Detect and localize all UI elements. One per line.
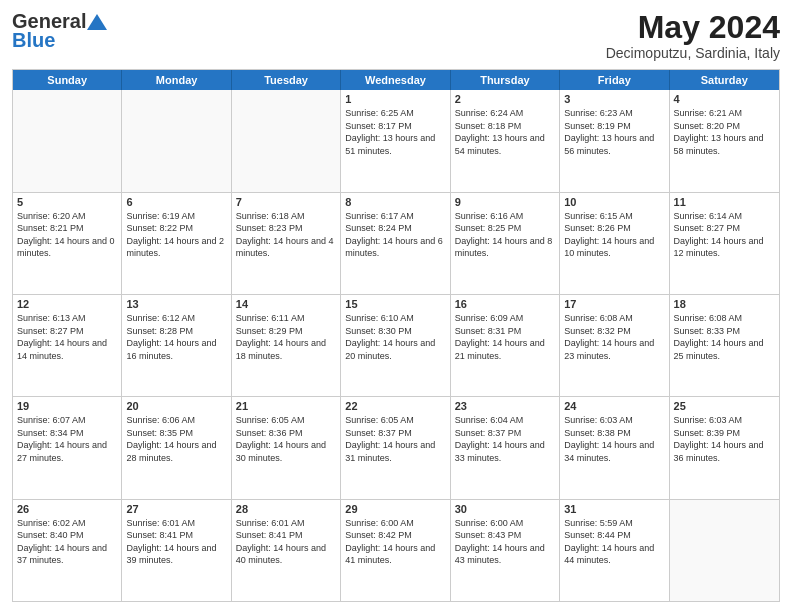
header: General Blue May 2024 Decimoputzu, Sardi… [12, 10, 780, 61]
cell-info: Sunrise: 6:08 AMSunset: 8:33 PMDaylight:… [674, 312, 775, 362]
day-number: 1 [345, 93, 445, 105]
calendar-cell: 8Sunrise: 6:17 AMSunset: 8:24 PMDaylight… [341, 193, 450, 294]
cell-info: Sunrise: 6:23 AMSunset: 8:19 PMDaylight:… [564, 107, 664, 157]
calendar-body: 1Sunrise: 6:25 AMSunset: 8:17 PMDaylight… [13, 90, 779, 601]
calendar-cell [13, 90, 122, 191]
calendar-row-2: 12Sunrise: 6:13 AMSunset: 8:27 PMDayligh… [13, 295, 779, 397]
calendar-cell: 9Sunrise: 6:16 AMSunset: 8:25 PMDaylight… [451, 193, 560, 294]
calendar-cell: 26Sunrise: 6:02 AMSunset: 8:40 PMDayligh… [13, 500, 122, 601]
day-number: 11 [674, 196, 775, 208]
header-day-saturday: Saturday [670, 70, 779, 90]
header-day-friday: Friday [560, 70, 669, 90]
day-number: 14 [236, 298, 336, 310]
day-number: 16 [455, 298, 555, 310]
calendar-cell: 30Sunrise: 6:00 AMSunset: 8:43 PMDayligh… [451, 500, 560, 601]
day-number: 8 [345, 196, 445, 208]
day-number: 6 [126, 196, 226, 208]
cell-info: Sunrise: 6:00 AMSunset: 8:42 PMDaylight:… [345, 517, 445, 567]
logo-blue: Blue [12, 29, 55, 52]
day-number: 2 [455, 93, 555, 105]
day-number: 29 [345, 503, 445, 515]
cell-info: Sunrise: 6:09 AMSunset: 8:31 PMDaylight:… [455, 312, 555, 362]
cell-info: Sunrise: 6:19 AMSunset: 8:22 PMDaylight:… [126, 210, 226, 260]
cell-info: Sunrise: 6:20 AMSunset: 8:21 PMDaylight:… [17, 210, 117, 260]
cell-info: Sunrise: 6:03 AMSunset: 8:39 PMDaylight:… [674, 414, 775, 464]
header-day-tuesday: Tuesday [232, 70, 341, 90]
calendar-cell: 12Sunrise: 6:13 AMSunset: 8:27 PMDayligh… [13, 295, 122, 396]
cell-info: Sunrise: 6:06 AMSunset: 8:35 PMDaylight:… [126, 414, 226, 464]
calendar-cell: 22Sunrise: 6:05 AMSunset: 8:37 PMDayligh… [341, 397, 450, 498]
calendar-cell: 23Sunrise: 6:04 AMSunset: 8:37 PMDayligh… [451, 397, 560, 498]
month-title: May 2024 [606, 10, 780, 45]
cell-info: Sunrise: 6:10 AMSunset: 8:30 PMDaylight:… [345, 312, 445, 362]
cell-info: Sunrise: 6:16 AMSunset: 8:25 PMDaylight:… [455, 210, 555, 260]
location: Decimoputzu, Sardinia, Italy [606, 45, 780, 61]
day-number: 30 [455, 503, 555, 515]
day-number: 5 [17, 196, 117, 208]
cell-info: Sunrise: 6:12 AMSunset: 8:28 PMDaylight:… [126, 312, 226, 362]
day-number: 27 [126, 503, 226, 515]
day-number: 22 [345, 400, 445, 412]
calendar-cell: 24Sunrise: 6:03 AMSunset: 8:38 PMDayligh… [560, 397, 669, 498]
cell-info: Sunrise: 6:21 AMSunset: 8:20 PMDaylight:… [674, 107, 775, 157]
calendar-cell: 19Sunrise: 6:07 AMSunset: 8:34 PMDayligh… [13, 397, 122, 498]
calendar-cell: 14Sunrise: 6:11 AMSunset: 8:29 PMDayligh… [232, 295, 341, 396]
svg-marker-0 [87, 14, 107, 30]
day-number: 10 [564, 196, 664, 208]
header-day-wednesday: Wednesday [341, 70, 450, 90]
calendar-cell: 25Sunrise: 6:03 AMSunset: 8:39 PMDayligh… [670, 397, 779, 498]
cell-info: Sunrise: 6:18 AMSunset: 8:23 PMDaylight:… [236, 210, 336, 260]
day-number: 19 [17, 400, 117, 412]
calendar-cell: 18Sunrise: 6:08 AMSunset: 8:33 PMDayligh… [670, 295, 779, 396]
header-day-thursday: Thursday [451, 70, 560, 90]
header-day-sunday: Sunday [13, 70, 122, 90]
title-area: May 2024 Decimoputzu, Sardinia, Italy [606, 10, 780, 61]
calendar-row-4: 26Sunrise: 6:02 AMSunset: 8:40 PMDayligh… [13, 500, 779, 601]
calendar: SundayMondayTuesdayWednesdayThursdayFrid… [12, 69, 780, 602]
day-number: 7 [236, 196, 336, 208]
day-number: 28 [236, 503, 336, 515]
day-number: 20 [126, 400, 226, 412]
day-number: 21 [236, 400, 336, 412]
day-number: 23 [455, 400, 555, 412]
cell-info: Sunrise: 6:01 AMSunset: 8:41 PMDaylight:… [236, 517, 336, 567]
cell-info: Sunrise: 5:59 AMSunset: 8:44 PMDaylight:… [564, 517, 664, 567]
calendar-cell: 3Sunrise: 6:23 AMSunset: 8:19 PMDaylight… [560, 90, 669, 191]
day-number: 13 [126, 298, 226, 310]
calendar-cell: 17Sunrise: 6:08 AMSunset: 8:32 PMDayligh… [560, 295, 669, 396]
calendar-cell: 20Sunrise: 6:06 AMSunset: 8:35 PMDayligh… [122, 397, 231, 498]
calendar-cell: 28Sunrise: 6:01 AMSunset: 8:41 PMDayligh… [232, 500, 341, 601]
logo-icon [87, 14, 107, 30]
day-number: 15 [345, 298, 445, 310]
calendar-cell: 1Sunrise: 6:25 AMSunset: 8:17 PMDaylight… [341, 90, 450, 191]
cell-info: Sunrise: 6:11 AMSunset: 8:29 PMDaylight:… [236, 312, 336, 362]
day-number: 3 [564, 93, 664, 105]
calendar-cell [122, 90, 231, 191]
calendar-cell: 4Sunrise: 6:21 AMSunset: 8:20 PMDaylight… [670, 90, 779, 191]
calendar-cell: 27Sunrise: 6:01 AMSunset: 8:41 PMDayligh… [122, 500, 231, 601]
cell-info: Sunrise: 6:04 AMSunset: 8:37 PMDaylight:… [455, 414, 555, 464]
day-number: 12 [17, 298, 117, 310]
cell-info: Sunrise: 6:02 AMSunset: 8:40 PMDaylight:… [17, 517, 117, 567]
cell-info: Sunrise: 6:05 AMSunset: 8:37 PMDaylight:… [345, 414, 445, 464]
calendar-cell: 29Sunrise: 6:00 AMSunset: 8:42 PMDayligh… [341, 500, 450, 601]
cell-info: Sunrise: 6:00 AMSunset: 8:43 PMDaylight:… [455, 517, 555, 567]
day-number: 18 [674, 298, 775, 310]
calendar-cell: 10Sunrise: 6:15 AMSunset: 8:26 PMDayligh… [560, 193, 669, 294]
calendar-cell: 21Sunrise: 6:05 AMSunset: 8:36 PMDayligh… [232, 397, 341, 498]
cell-info: Sunrise: 6:25 AMSunset: 8:17 PMDaylight:… [345, 107, 445, 157]
day-number: 9 [455, 196, 555, 208]
cell-info: Sunrise: 6:14 AMSunset: 8:27 PMDaylight:… [674, 210, 775, 260]
cell-info: Sunrise: 6:01 AMSunset: 8:41 PMDaylight:… [126, 517, 226, 567]
cell-info: Sunrise: 6:13 AMSunset: 8:27 PMDaylight:… [17, 312, 117, 362]
cell-info: Sunrise: 6:05 AMSunset: 8:36 PMDaylight:… [236, 414, 336, 464]
cell-info: Sunrise: 6:24 AMSunset: 8:18 PMDaylight:… [455, 107, 555, 157]
calendar-cell: 11Sunrise: 6:14 AMSunset: 8:27 PMDayligh… [670, 193, 779, 294]
calendar-cell: 16Sunrise: 6:09 AMSunset: 8:31 PMDayligh… [451, 295, 560, 396]
logo: General Blue [12, 10, 108, 52]
cell-info: Sunrise: 6:08 AMSunset: 8:32 PMDaylight:… [564, 312, 664, 362]
day-number: 24 [564, 400, 664, 412]
calendar-header: SundayMondayTuesdayWednesdayThursdayFrid… [13, 70, 779, 90]
page: General Blue May 2024 Decimoputzu, Sardi… [0, 0, 792, 612]
calendar-cell: 31Sunrise: 5:59 AMSunset: 8:44 PMDayligh… [560, 500, 669, 601]
